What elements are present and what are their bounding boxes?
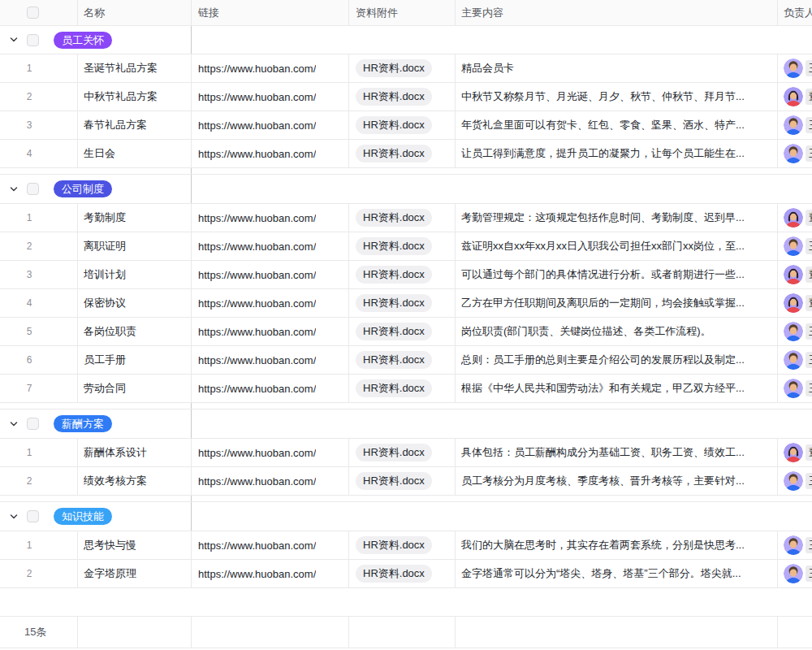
- chevron-down-icon[interactable]: [8, 418, 19, 430]
- attachment-cell[interactable]: HR资料.docx: [349, 560, 456, 587]
- attachment-cell[interactable]: HR资料.docx: [349, 232, 456, 260]
- record-link-cell[interactable]: https://www.huoban.com/: [192, 54, 349, 82]
- attachment-chip[interactable]: HR资料.docx: [356, 237, 432, 255]
- row-index-cell[interactable]: 2: [0, 83, 78, 110]
- record-link-cell[interactable]: https://www.huoban.com/: [192, 318, 349, 345]
- row-index-cell[interactable]: 1: [0, 54, 78, 82]
- owner-cell[interactable]: 董: [778, 83, 812, 110]
- group-badge[interactable]: 员工关怀: [54, 32, 112, 49]
- attachment-cell[interactable]: HR资料.docx: [349, 261, 456, 288]
- owner-cell[interactable]: 董: [778, 439, 812, 466]
- column-header-owner[interactable]: 负责人: [778, 0, 812, 25]
- record-name-cell[interactable]: 绩效考核方案: [78, 467, 192, 495]
- record-content-cell[interactable]: 可以通过每个部门的具体情况进行分析。或者前期进行一些...: [456, 261, 778, 288]
- row-index-cell[interactable]: 1: [0, 439, 78, 466]
- record-link-cell[interactable]: https://www.huoban.com/: [192, 560, 349, 587]
- owner-cell[interactable]: 王: [778, 560, 812, 587]
- column-header-link[interactable]: 链接: [192, 0, 349, 25]
- row-index-cell[interactable]: 2: [0, 560, 78, 587]
- record-content-cell[interactable]: 考勤管理规定：这项规定包括作息时间、考勤制度、迟到早...: [456, 204, 778, 232]
- attachment-chip[interactable]: HR资料.docx: [356, 536, 432, 554]
- chevron-down-icon[interactable]: [8, 34, 19, 46]
- row-index-cell[interactable]: 3: [0, 261, 78, 288]
- record-content-cell[interactable]: 员工考核分为月度考核、季度考核、晋升考核等，主要针对...: [456, 467, 778, 495]
- attachment-cell[interactable]: HR资料.docx: [349, 111, 456, 139]
- attachment-cell[interactable]: HR资料.docx: [349, 346, 456, 374]
- owner-cell[interactable]: 王: [778, 54, 812, 82]
- group-badge[interactable]: 知识技能: [54, 508, 112, 525]
- record-name-cell[interactable]: 各岗位职责: [78, 318, 192, 345]
- record-content-cell[interactable]: 兹证明xx自xx年xx月xx日入职我公司担任xx部门xx岗位，至...: [456, 232, 778, 260]
- attachment-cell[interactable]: HR资料.docx: [349, 375, 456, 402]
- record-content-cell[interactable]: 总则：员工手册的总则主要是介绍公司的发展历程以及制定...: [456, 346, 778, 374]
- record-name-cell[interactable]: 生日会: [78, 140, 192, 167]
- record-link[interactable]: https://www.huoban.com/: [198, 326, 316, 338]
- row-index-cell[interactable]: 4: [0, 140, 78, 167]
- row-index-cell[interactable]: 1: [0, 204, 78, 232]
- record-link-cell[interactable]: https://www.huoban.com/: [192, 346, 349, 374]
- record-link[interactable]: https://www.huoban.com/: [198, 91, 316, 103]
- chevron-down-icon[interactable]: [8, 184, 19, 195]
- group-select-checkbox[interactable]: [27, 510, 39, 522]
- attachment-chip[interactable]: HR资料.docx: [356, 472, 432, 490]
- owner-cell[interactable]: 董: [778, 261, 812, 288]
- record-name-cell[interactable]: 考勤制度: [78, 204, 192, 232]
- record-link[interactable]: https://www.huoban.com/: [198, 63, 316, 75]
- record-link-cell[interactable]: https://www.huoban.com/: [192, 439, 349, 466]
- record-link-cell[interactable]: https://www.huoban.com/: [192, 83, 349, 110]
- row-index-cell[interactable]: 3: [0, 111, 78, 139]
- record-name-cell[interactable]: 薪酬体系设计: [78, 439, 192, 466]
- owner-cell[interactable]: 王: [778, 111, 812, 139]
- attachment-cell[interactable]: HR资料.docx: [349, 140, 456, 167]
- attachment-chip[interactable]: HR资料.docx: [356, 294, 432, 312]
- attachment-chip[interactable]: HR资料.docx: [356, 565, 432, 583]
- attachment-chip[interactable]: HR资料.docx: [356, 145, 432, 162]
- attachment-cell[interactable]: HR资料.docx: [349, 467, 456, 495]
- record-content-cell[interactable]: 我们的大脑在思考时，其实存在着两套系统，分别是快思考...: [456, 531, 778, 559]
- record-link-cell[interactable]: https://www.huoban.com/: [192, 232, 349, 260]
- column-header-content[interactable]: 主要内容: [456, 0, 778, 25]
- record-content-cell[interactable]: 具体包括：员工薪酬构成分为基础工资、职务工资、绩效工...: [456, 439, 778, 466]
- group-badge[interactable]: 薪酬方案: [54, 415, 112, 432]
- attachment-cell[interactable]: HR资料.docx: [349, 83, 456, 110]
- owner-cell[interactable]: 王: [778, 467, 812, 495]
- record-link-cell[interactable]: https://www.huoban.com/: [192, 289, 349, 317]
- attachment-cell[interactable]: HR资料.docx: [349, 439, 456, 466]
- record-name-cell[interactable]: 员工手册: [78, 346, 192, 374]
- record-name-cell[interactable]: 中秋节礼品方案: [78, 83, 192, 110]
- record-link-cell[interactable]: https://www.huoban.com/: [192, 111, 349, 139]
- record-name-cell[interactable]: 思考快与慢: [78, 531, 192, 559]
- attachment-chip[interactable]: HR资料.docx: [356, 323, 432, 340]
- chevron-down-icon[interactable]: [8, 511, 19, 522]
- group-select-checkbox[interactable]: [27, 34, 39, 46]
- record-name-cell[interactable]: 春节礼品方案: [78, 111, 192, 139]
- record-link[interactable]: https://www.huoban.com/: [198, 354, 316, 366]
- row-index-cell[interactable]: 4: [0, 289, 78, 317]
- record-link[interactable]: https://www.huoban.com/: [198, 240, 316, 253]
- attachment-cell[interactable]: HR资料.docx: [349, 289, 456, 317]
- owner-cell[interactable]: 王: [778, 346, 812, 374]
- attachment-chip[interactable]: HR资料.docx: [356, 209, 432, 227]
- record-link[interactable]: https://www.huoban.com/: [198, 297, 316, 310]
- attachment-chip[interactable]: HR资料.docx: [356, 351, 432, 369]
- record-link-cell[interactable]: https://www.huoban.com/: [192, 140, 349, 167]
- row-index-cell[interactable]: 1: [0, 531, 78, 559]
- attachment-chip[interactable]: HR资料.docx: [356, 59, 432, 77]
- attachment-chip[interactable]: HR资料.docx: [356, 116, 432, 134]
- attachment-cell[interactable]: HR资料.docx: [349, 531, 456, 559]
- record-name-cell[interactable]: 金字塔原理: [78, 560, 192, 587]
- record-link[interactable]: https://www.huoban.com/: [198, 447, 316, 459]
- row-index-cell[interactable]: 2: [0, 232, 78, 260]
- record-link[interactable]: https://www.huoban.com/: [198, 383, 316, 395]
- attachment-chip[interactable]: HR资料.docx: [356, 266, 432, 284]
- record-content-cell[interactable]: 中秋节又称祭月节、月光诞、月夕、秋节、仲秋节、拜月节...: [456, 83, 778, 110]
- record-name-cell[interactable]: 圣诞节礼品方案: [78, 54, 192, 82]
- row-index-cell[interactable]: 2: [0, 467, 78, 495]
- record-content-cell[interactable]: 让员工得到满意度，提升员工的凝聚力，让每个员工能生在...: [456, 140, 778, 167]
- record-link[interactable]: https://www.huoban.com/: [198, 540, 316, 552]
- row-index-cell[interactable]: 5: [0, 318, 78, 345]
- group-select-checkbox[interactable]: [27, 418, 39, 430]
- row-index-cell[interactable]: 7: [0, 375, 78, 402]
- record-name-cell[interactable]: 培训计划: [78, 261, 192, 288]
- record-link[interactable]: https://www.huoban.com/: [198, 119, 316, 132]
